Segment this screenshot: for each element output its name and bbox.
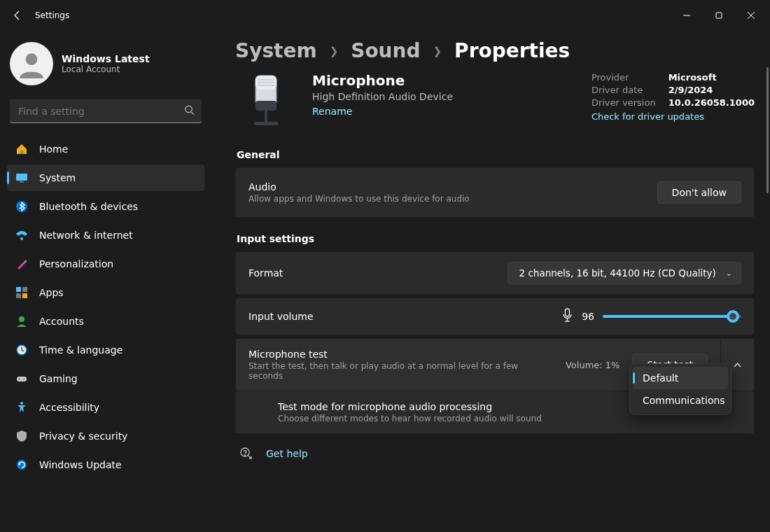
help-icon: [239, 447, 253, 461]
microphone-icon[interactable]: [561, 308, 573, 325]
sidebar-item-gaming[interactable]: Gaming: [7, 365, 204, 392]
dropdown-option-default[interactable]: Default: [633, 367, 728, 389]
driver-info: Provider Microsoft Driver date 2/9/2024 …: [592, 72, 755, 122]
chevron-right-icon: ❯: [330, 45, 339, 57]
svg-rect-19: [17, 377, 27, 382]
driver-version-value: 10.0.26058.1000: [668, 97, 755, 108]
svg-rect-30: [265, 111, 267, 123]
sidebar-item-time[interactable]: Time & language: [7, 337, 204, 363]
clock-icon: [15, 344, 28, 356]
svg-rect-1: [716, 13, 722, 18]
scrollbar[interactable]: [766, 67, 769, 193]
sidebar-label: Personalization: [39, 258, 113, 270]
format-dropdown[interactable]: 2 channels, 16 bit, 44100 Hz (CD Quality…: [507, 262, 741, 284]
svg-point-22: [20, 402, 23, 405]
device-name: Microphone: [312, 72, 576, 89]
mic-test-title: Microphone test: [248, 349, 553, 360]
update-icon: [15, 458, 28, 471]
svg-rect-9: [20, 181, 24, 183]
svg-point-4: [26, 53, 38, 65]
chevron-down-icon: ⌄: [726, 269, 732, 278]
accounts-icon: [15, 315, 28, 328]
sidebar-item-personalization[interactable]: Personalization: [7, 251, 204, 277]
sidebar-label: System: [39, 172, 76, 183]
main-content: System ❯ Sound ❯ Properties: [217, 31, 770, 532]
volume-value: 96: [582, 311, 594, 322]
sidebar-label: Bluetooth & devices: [39, 201, 138, 212]
sidebar-item-update[interactable]: Windows Update: [7, 451, 204, 478]
slider-thumb[interactable]: [727, 310, 739, 323]
svg-point-20: [19, 379, 20, 380]
section-input: Input settings: [237, 233, 755, 244]
accessibility-icon: [15, 401, 28, 414]
test-mode-subtitle: Choose different modes to hear how recor…: [278, 414, 741, 424]
sidebar-item-system[interactable]: System: [7, 164, 204, 191]
svg-rect-15: [22, 293, 27, 298]
dont-allow-button[interactable]: Don't allow: [657, 181, 741, 204]
rename-link[interactable]: Rename: [312, 106, 352, 117]
microphone-image: [235, 72, 297, 134]
window-title: Settings: [35, 10, 69, 20]
svg-point-5: [186, 106, 192, 112]
svg-rect-31: [254, 122, 278, 125]
driver-version-label: Driver version: [592, 97, 656, 108]
svg-point-16: [19, 316, 24, 322]
sidebar-label: Time & language: [39, 344, 122, 356]
sidebar-label: Apps: [39, 287, 64, 298]
test-mode-dropdown: Default Communications: [629, 363, 732, 415]
mic-test-volume: Volume: 1%: [566, 360, 620, 370]
audio-subtitle: Allow apps and Windows to use this devic…: [248, 194, 648, 204]
device-description: High Definition Audio Device: [312, 91, 576, 102]
close-button[interactable]: [735, 4, 767, 27]
maximize-button[interactable]: [703, 4, 735, 27]
sidebar-label: Gaming: [39, 373, 78, 384]
mic-test-subtitle: Start the test, then talk or play audio …: [248, 361, 553, 381]
provider-value: Microsoft: [668, 72, 755, 83]
svg-point-36: [244, 455, 245, 456]
sidebar-item-accounts[interactable]: Accounts: [7, 308, 204, 335]
get-help-link[interactable]: Get help: [266, 448, 308, 459]
test-mode-row[interactable]: Test mode for microphone audio processin…: [235, 391, 755, 434]
breadcrumb-system[interactable]: System: [235, 39, 317, 62]
breadcrumb-current: Properties: [454, 39, 570, 62]
minimize-button[interactable]: [671, 4, 703, 27]
system-icon: [15, 172, 28, 184]
paintbrush-icon: [15, 258, 28, 270]
svg-line-6: [191, 112, 194, 115]
user-subtitle: Local Account: [62, 64, 150, 74]
svg-point-21: [23, 379, 24, 380]
back-button[interactable]: [3, 0, 32, 31]
sidebar-item-bluetooth[interactable]: Bluetooth & devices: [7, 193, 204, 220]
sidebar-item-privacy[interactable]: Privacy & security: [7, 423, 204, 449]
breadcrumb-sound[interactable]: Sound: [351, 39, 420, 62]
sidebar-item-accessibility[interactable]: Accessibility: [7, 394, 204, 421]
format-value: 2 channels, 16 bit, 44100 Hz (CD Quality…: [519, 267, 716, 279]
svg-rect-8: [16, 174, 27, 181]
driver-date-label: Driver date: [592, 85, 656, 95]
sidebar: Windows Latest Local Account Home System: [0, 31, 217, 532]
user-block[interactable]: Windows Latest Local Account: [3, 36, 209, 95]
provider-label: Provider: [592, 72, 656, 83]
volume-label: Input volume: [248, 311, 552, 322]
svg-rect-32: [566, 309, 570, 316]
gamepad-icon: [15, 372, 28, 385]
section-general: General: [237, 149, 755, 160]
svg-rect-13: [22, 287, 27, 292]
sidebar-label: Accessibility: [39, 402, 99, 413]
sidebar-item-apps[interactable]: Apps: [7, 279, 204, 306]
breadcrumb: System ❯ Sound ❯ Properties: [235, 39, 755, 62]
driver-updates-link[interactable]: Check for driver updates: [592, 111, 755, 122]
titlebar: Settings: [0, 0, 770, 31]
sidebar-label: Network & internet: [39, 230, 133, 241]
svg-rect-14: [16, 293, 21, 298]
sidebar-item-home[interactable]: Home: [7, 136, 204, 162]
dropdown-option-communications[interactable]: Communications: [633, 389, 728, 412]
svg-rect-7: [20, 150, 23, 154]
apps-icon: [15, 286, 28, 299]
volume-slider[interactable]: [603, 311, 741, 322]
avatar: [10, 42, 53, 85]
user-name: Windows Latest: [62, 53, 150, 64]
sidebar-label: Privacy & security: [39, 430, 127, 442]
sidebar-item-network[interactable]: Network & internet: [7, 222, 204, 248]
search-input[interactable]: [10, 99, 202, 123]
